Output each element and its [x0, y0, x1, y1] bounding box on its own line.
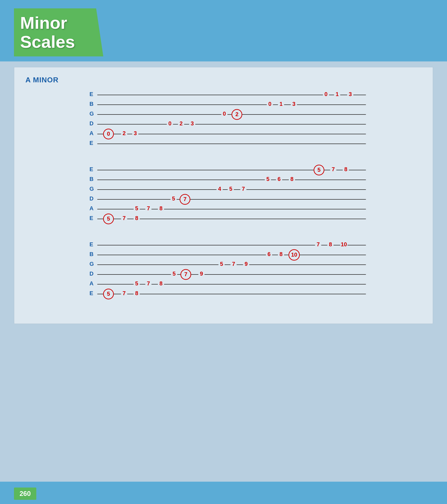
note-d3-9: 9	[200, 271, 203, 277]
string-label-e2b: E	[90, 215, 93, 221]
note-e2-8: 8	[344, 166, 347, 172]
note-a3-7: 7	[147, 280, 150, 286]
diagram-svg-1: E B G D A E 0 1 3	[37, 90, 422, 150]
string-label-b3: B	[90, 251, 94, 257]
note-e2-7: 7	[332, 166, 335, 172]
note-g3-9: 9	[245, 261, 248, 267]
note-a2-5: 5	[135, 205, 138, 211]
note-e2b-5: 5	[107, 216, 110, 222]
string-label-b2: B	[90, 176, 94, 182]
note-e3-8: 8	[329, 241, 332, 247]
header: Minor Scales	[0, 0, 447, 61]
string-label-g1: G	[90, 111, 94, 117]
title-box: Minor Scales	[14, 8, 103, 56]
note-e3b-8: 8	[135, 290, 138, 296]
note-e2b-8: 8	[135, 215, 138, 221]
tab-diagram-1: E B G D A E 0 1 3	[25, 90, 422, 151]
note-b3-6: 6	[267, 251, 271, 257]
string-label-a3: A	[90, 280, 94, 286]
note-e1-0: 0	[324, 91, 328, 97]
note-g2-7: 7	[242, 186, 245, 192]
section-title: A MINOR	[25, 76, 422, 84]
note-e2b-7: 7	[123, 215, 126, 221]
note-g2-4: 4	[218, 186, 221, 192]
diagram-svg-3: E B G D A E 7 8 10 6 8 10	[37, 240, 422, 300]
note-b1-0: 0	[268, 101, 271, 107]
string-label-a2: A	[90, 205, 94, 211]
note-e3b-5: 5	[107, 291, 110, 297]
note-g2-5: 5	[229, 186, 232, 192]
note-e3b-7: 7	[123, 290, 126, 296]
string-label-e1b: E	[90, 140, 93, 146]
note-a2-7: 7	[147, 205, 150, 211]
note-e3-7: 7	[317, 241, 320, 247]
note-e3-10: 10	[341, 241, 347, 247]
string-label-a1: A	[90, 130, 94, 136]
note-e1-3: 3	[349, 91, 352, 97]
note-b3-10: 10	[291, 252, 297, 258]
string-label-e1: E	[90, 91, 93, 97]
note-a2-8: 8	[159, 205, 162, 211]
main-content: A MINOR E B G D A E 0	[14, 67, 433, 324]
string-label-d3: D	[90, 271, 94, 277]
string-label-g3: G	[90, 261, 94, 267]
string-label-e3: E	[90, 241, 93, 247]
note-b3-8: 8	[279, 251, 283, 257]
note-d3-5: 5	[173, 271, 176, 277]
note-b1-3: 3	[292, 101, 295, 107]
tab-diagram-2: E B G D A E 5 7 8 5 6 8	[25, 165, 422, 226]
note-d2-7: 7	[183, 196, 187, 202]
diagram-svg-2: E B G D A E 5 7 8 5 6 8	[37, 165, 422, 225]
note-b2-5: 5	[266, 176, 269, 182]
page-title: Minor Scales	[20, 13, 97, 51]
note-g1-0: 0	[223, 111, 226, 117]
note-e1-1: 1	[336, 91, 339, 97]
note-b2-8: 8	[290, 176, 293, 182]
page-number: 260	[14, 488, 36, 500]
footer: 260	[0, 482, 447, 504]
note-a1-2: 2	[123, 130, 126, 136]
note-d1-0: 0	[168, 120, 171, 126]
string-label-b1: B	[90, 101, 94, 107]
note-e2-5: 5	[317, 167, 321, 173]
tab-diagram-3: E B G D A E 7 8 10 6 8 10	[25, 240, 422, 301]
note-d2-5: 5	[172, 195, 175, 202]
note-b1-1: 1	[279, 101, 283, 107]
string-label-e2: E	[90, 166, 93, 172]
note-a1-0: 0	[107, 131, 110, 137]
string-label-d2: D	[90, 195, 94, 202]
string-label-e3b: E	[90, 290, 93, 296]
note-g1-2: 2	[235, 111, 238, 117]
note-a3-5: 5	[135, 280, 138, 286]
note-b2-6: 6	[278, 176, 281, 182]
note-a3-8: 8	[159, 280, 162, 286]
note-g3-7: 7	[232, 261, 235, 267]
note-d3-7: 7	[184, 271, 187, 277]
note-d1-2: 2	[180, 120, 183, 126]
note-a1-3: 3	[134, 130, 137, 136]
string-label-d1: D	[90, 120, 94, 126]
note-g3-5: 5	[220, 261, 223, 267]
string-label-g2: G	[90, 186, 94, 192]
note-d1-3: 3	[191, 120, 194, 126]
